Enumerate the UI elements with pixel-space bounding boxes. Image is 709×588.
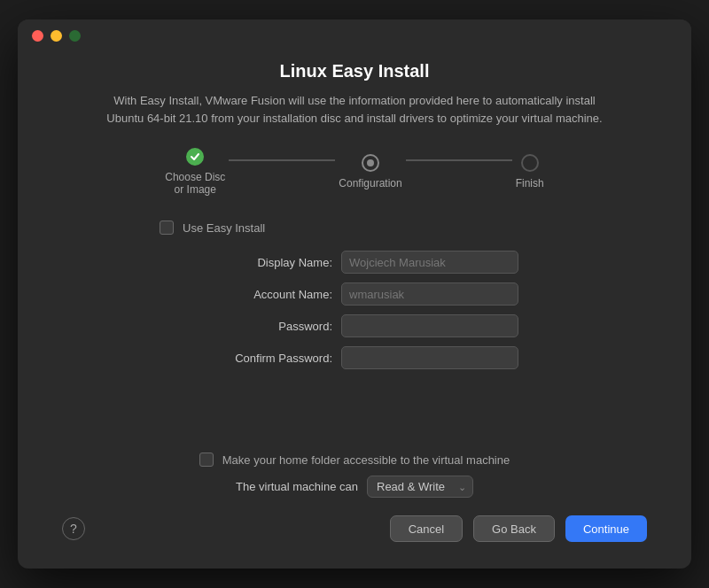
form-section: Use Easy Install Display Name: Account N… — [53, 220, 656, 378]
password-row: Password: — [53, 314, 656, 337]
confirm-password-label: Confirm Password: — [191, 352, 332, 365]
use-easy-install-label: Use Easy Install — [183, 221, 265, 235]
display-name-input[interactable] — [341, 251, 518, 274]
vm-can-label: The virtual machine can — [236, 480, 358, 493]
cancel-button[interactable]: Cancel — [390, 515, 463, 542]
action-buttons: Cancel Go Back Continue — [390, 515, 647, 542]
display-name-label: Display Name: — [191, 256, 332, 269]
step-finish: Finish — [516, 154, 544, 190]
bottom-section: Make your home folder accessible to the … — [53, 435, 656, 542]
password-input[interactable] — [341, 314, 518, 337]
account-name-row: Account Name: — [53, 282, 656, 306]
progress-steps: Choose Discor Image Configuration Finish — [53, 148, 656, 196]
titlebar — [18, 19, 691, 52]
go-back-button[interactable]: Go Back — [473, 515, 555, 542]
continue-button[interactable]: Continue — [565, 515, 647, 542]
minimize-button[interactable] — [51, 30, 62, 42]
read-write-dropdown[interactable]: Read & Write Read Only — [367, 476, 473, 498]
footer-buttons: ? Cancel Go Back Continue — [53, 515, 656, 542]
use-easy-install-row: Use Easy Install — [160, 220, 265, 235]
home-folder-row: Make your home folder accessible to the … — [53, 453, 656, 467]
account-name-label: Account Name: — [191, 288, 332, 301]
confirm-password-row: Confirm Password: — [53, 346, 656, 369]
main-window: Linux Easy Install With Easy Install, VM… — [18, 19, 691, 569]
step-connector-1 — [229, 159, 335, 161]
help-button[interactable]: ? — [62, 517, 85, 540]
read-write-dropdown-wrapper: Read & Write Read Only ⌄ — [367, 476, 473, 498]
home-folder-checkbox[interactable] — [199, 453, 214, 467]
step-label-finish: Finish — [516, 177, 544, 190]
vm-can-row: The virtual machine can Read & Write Rea… — [53, 476, 656, 498]
step-circle-configuration — [362, 154, 379, 172]
close-button[interactable] — [32, 30, 43, 42]
step-label-configuration: Configuration — [339, 177, 401, 190]
maximize-button[interactable] — [69, 30, 81, 42]
step-circle-choose-disc — [186, 148, 204, 166]
step-connector-2 — [406, 159, 512, 161]
account-name-input[interactable] — [341, 282, 518, 306]
page-title: Linux Easy Install — [53, 61, 656, 81]
checkmark-icon — [190, 151, 200, 162]
step-configuration: Configuration — [339, 154, 401, 190]
subtitle-text: With Easy Install, VMware Fusion will us… — [97, 92, 612, 127]
display-name-row: Display Name: — [53, 251, 656, 274]
step-label-choose-disc: Choose Discor Image — [165, 171, 225, 196]
password-label: Password: — [191, 320, 332, 333]
use-easy-install-checkbox[interactable] — [160, 220, 174, 235]
step-choose-disc: Choose Discor Image — [165, 148, 225, 196]
confirm-password-input[interactable] — [341, 346, 518, 369]
step-circle-finish — [521, 154, 539, 172]
home-folder-label: Make your home folder accessible to the … — [222, 453, 510, 467]
content-area: Linux Easy Install With Easy Install, VM… — [18, 52, 691, 569]
traffic-lights — [32, 30, 81, 42]
